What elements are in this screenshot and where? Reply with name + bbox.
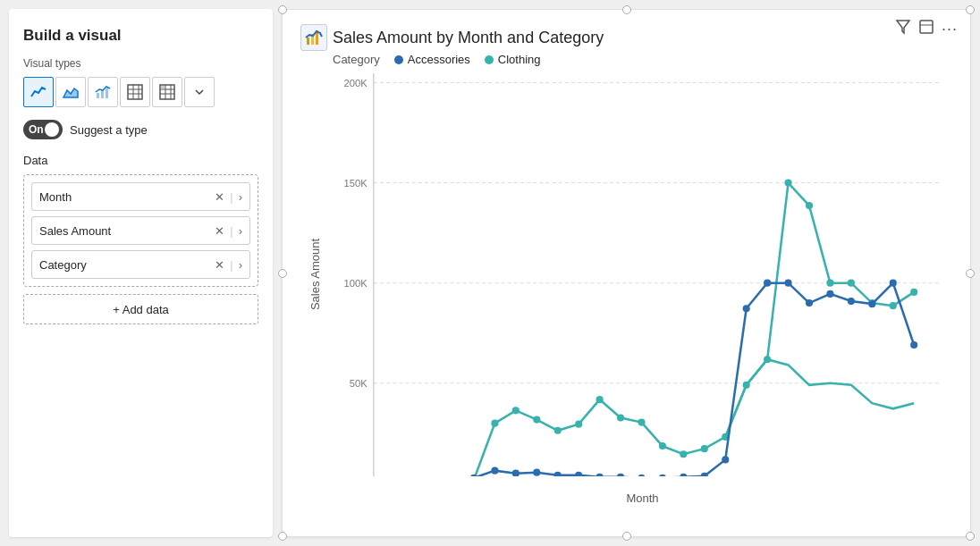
clothing-dot (617, 414, 624, 421)
accessories-dot (638, 475, 645, 476)
vt-matrix[interactable] (152, 77, 182, 107)
accessories-dot (596, 474, 604, 476)
accessories-dot (743, 305, 750, 312)
svg-rect-2 (101, 90, 104, 98)
svg-marker-0 (63, 88, 78, 97)
suggest-toggle[interactable]: On (23, 120, 63, 139)
clothing-dot (533, 416, 540, 423)
accessories-dot (554, 472, 562, 476)
accessories-dot (764, 280, 771, 287)
accessories-dot (533, 469, 540, 476)
chart-legend: Category Accessories Clothing (333, 53, 952, 66)
field-clear-category[interactable]: ✕ (215, 258, 224, 272)
svg-rect-4 (128, 85, 142, 99)
svg-rect-16 (920, 21, 933, 33)
more-options-icon[interactable]: ··· (942, 20, 958, 38)
field-clear-sales[interactable]: ✕ (215, 224, 224, 238)
svg-rect-14 (161, 86, 165, 88)
add-data-button[interactable]: + Add data (23, 294, 258, 324)
field-arrow-sales[interactable]: › (239, 224, 242, 238)
handle-tm[interactable] (622, 5, 631, 14)
field-actions-sales: ✕ | › (215, 224, 242, 238)
data-section-label: Data (23, 154, 258, 167)
field-arrow-category[interactable]: › (239, 258, 242, 272)
handle-mr[interactable] (966, 269, 975, 278)
chart-header: Sales Amount by Month and Category (300, 24, 952, 51)
clothing-dot (512, 407, 520, 414)
clothing-dot (638, 419, 645, 426)
legend-label: Category (333, 53, 380, 66)
chart-area: Sales Amount Month 200K 150K 100K 50K 0K (333, 71, 952, 476)
field-actions-category: ✕ | › (215, 258, 242, 272)
accessories-dot (826, 290, 833, 298)
accessories-dot (784, 280, 791, 287)
field-actions-month: ✕ | › (215, 190, 242, 204)
panel-title: Build a visual (23, 27, 258, 45)
svg-rect-1 (97, 93, 99, 98)
field-arrow-month[interactable]: › (239, 190, 242, 204)
svg-marker-15 (897, 21, 909, 33)
accessories-dot (722, 456, 729, 463)
handle-tr[interactable] (966, 5, 975, 14)
handle-bm[interactable] (622, 532, 631, 541)
toggle-on-label: On (29, 123, 44, 136)
clothing-dot (596, 396, 604, 403)
field-row-month[interactable]: Month ✕ | › (31, 182, 250, 211)
chart-title: Sales Amount by Month and Category (333, 29, 604, 47)
svg-text:100K: 100K (344, 278, 368, 289)
accessories-dot (491, 467, 498, 475)
accessories-dot (680, 474, 687, 476)
legend-text-clothing: Clothing (498, 53, 541, 66)
svg-rect-3 (106, 88, 108, 98)
clothing-line-2 (725, 183, 914, 437)
y-axis-label: Sales Amount (308, 238, 322, 309)
clothing-dot (575, 421, 582, 428)
clothing-dot (491, 420, 498, 427)
field-name-sales: Sales Amount (39, 224, 215, 238)
accessories-dot (848, 298, 855, 305)
visual-types-row (23, 77, 258, 107)
chart-type-icon[interactable] (300, 24, 327, 51)
chart-svg: 200K 150K 100K 50K 0K Jul 2018 Jan 2019 (333, 71, 952, 476)
clothing-dot (701, 445, 708, 452)
filter-icon[interactable] (895, 19, 911, 38)
field-name-category: Category (39, 258, 215, 272)
accessories-dot (617, 474, 624, 476)
field-clear-month[interactable]: ✕ (215, 190, 224, 204)
legend-item-clothing: Clothing (485, 53, 541, 66)
field-row-sales[interactable]: Sales Amount ✕ | › (31, 216, 250, 245)
vt-area-chart[interactable] (55, 77, 86, 107)
svg-text:150K: 150K (344, 178, 368, 189)
accessories-dot (910, 341, 917, 349)
svg-text:200K: 200K (344, 78, 368, 88)
handle-tl[interactable] (278, 5, 287, 14)
chart-toolbar: ··· (895, 19, 958, 38)
visual-types-label: Visual types (23, 57, 258, 70)
vt-table[interactable] (120, 77, 150, 107)
data-fields: Month ✕ | › Sales Amount ✕ | › Category … (23, 174, 258, 287)
svg-text:50K: 50K (350, 378, 368, 389)
clothing-dot (554, 427, 562, 434)
legend-dot-accessories (394, 55, 403, 64)
field-name-month: Month (39, 190, 215, 204)
clothing-dot (659, 442, 666, 449)
field-row-category[interactable]: Category ✕ | › (31, 250, 250, 279)
handle-ml[interactable] (278, 269, 287, 278)
accessories-dot (806, 299, 813, 307)
accessories-line (474, 283, 914, 476)
suggest-row: On Suggest a type (23, 120, 258, 139)
vt-combo-chart[interactable] (88, 77, 118, 107)
vt-more-dropdown[interactable] (184, 77, 215, 107)
expand-icon[interactable] (918, 19, 934, 38)
accessories-dot (659, 475, 666, 476)
svg-rect-18 (307, 38, 309, 45)
chart-panel: ··· Sales Amount by Month and Category C… (282, 9, 971, 537)
handle-bl[interactable] (278, 532, 287, 541)
accessories-dot (575, 472, 582, 476)
legend-item-accessories: Accessories (394, 53, 470, 66)
vt-line-chart[interactable] (23, 77, 54, 107)
clothing-dot (680, 450, 687, 458)
handle-br[interactable] (966, 532, 975, 541)
left-panel: Build a visual Visual types (9, 9, 273, 537)
toggle-circle (45, 122, 59, 137)
